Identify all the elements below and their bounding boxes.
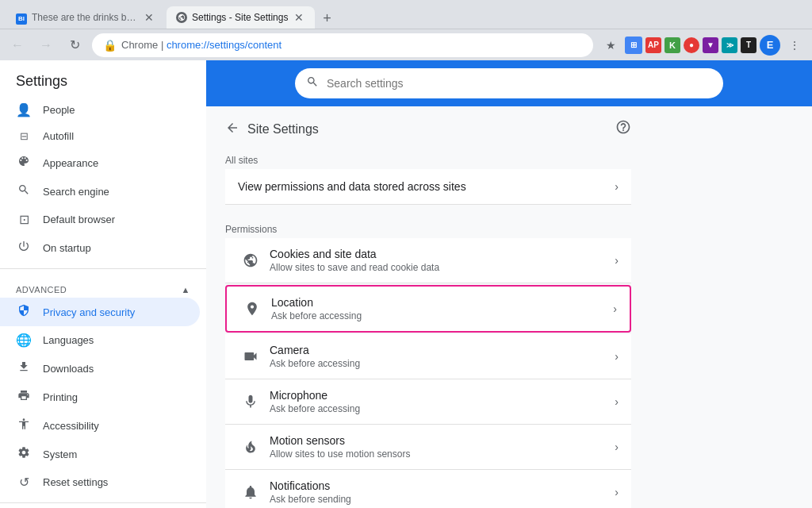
sidebar-item-appearance[interactable]: Appearance [0,148,200,177]
address-bar: ← → ↻ 🔒 Chrome | chrome://settings/conte… [0,29,812,60]
tab-1-favicon: BI [16,12,27,23]
forward-nav-button[interactable]: → [35,34,57,56]
sidebar-header: Settings [0,60,206,96]
ext-icon-1[interactable]: ⊞ [625,37,642,54]
sidebar-item-accessibility[interactable]: Accessibility [0,411,200,440]
motion-sensors-arrow: › [615,441,619,453]
cookies-title: Cookies and site data [270,248,615,260]
appearance-icon [16,155,32,171]
ext-icon-k[interactable]: K [665,37,680,53]
permission-microphone[interactable]: Microphone Ask before accessing › [225,379,631,425]
help-icon[interactable] [615,119,631,139]
motion-sensors-content: Motion sensors Allow sites to use motion… [263,434,615,460]
permission-location[interactable]: Location Ask before accessing › [225,285,631,333]
menu-icon[interactable]: ⋮ [783,34,806,56]
new-tab-button[interactable]: + [316,8,337,29]
sidebar-label-search: Search engine [43,186,109,198]
browser-tab-bar: BI These are the drinks bartenders... ✕ … [0,0,812,29]
search-engine-icon [16,183,32,199]
permission-cookies[interactable]: Cookies and site data Allow sites to sav… [225,238,631,283]
profile-icon[interactable]: E [760,35,780,56]
notifications-content: Notifications Ask before sending [263,479,615,505]
printing-icon [16,389,32,405]
notifications-arrow: › [615,486,619,498]
reload-button[interactable]: ↻ [63,34,86,56]
privacy-icon [16,304,32,320]
sidebar-divider-1 [0,268,206,269]
tab-1-close[interactable]: ✕ [143,11,155,24]
search-input-wrap[interactable] [295,68,723,98]
camera-subtitle: Ask before accessing [270,358,615,369]
ext-icon-v[interactable]: ▼ [703,37,718,53]
svg-point-2 [252,257,254,259]
sidebar-label-autofill: Autofill [43,130,74,142]
ext-icon-red[interactable]: ● [684,37,699,53]
sidebar-label-reset: Reset settings [43,476,108,488]
permission-camera[interactable]: Camera Ask before accessing › [225,334,631,379]
back-arrow-icon [225,121,239,138]
url-separator: | [161,39,167,51]
cookies-icon [238,252,263,268]
tab-2[interactable]: Settings - Site Settings ✕ [167,6,315,29]
bookmark-icon[interactable]: ★ [599,34,622,56]
camera-content: Camera Ask before accessing [263,344,615,369]
accessibility-icon [16,418,32,433]
sidebar-item-privacy[interactable]: Privacy and security [0,298,200,326]
on-startup-icon [16,240,32,256]
back-button[interactable]: Site Settings [225,121,319,138]
permission-motion-sensors[interactable]: Motion sensors Allow sites to use motion… [225,425,631,470]
sidebar-label-downloads: Downloads [43,363,94,375]
sidebar-item-printing[interactable]: Printing [0,383,200,411]
sidebar-item-downloads[interactable]: Downloads [0,354,200,383]
search-bar [206,60,812,106]
downloads-icon [16,360,32,376]
app-layout: Settings 👤 People ⊟ Autofill Appearance … [0,60,812,508]
tab-1-title: These are the drinks bartenders... [32,12,138,23]
autofill-icon: ⊟ [16,130,32,142]
sidebar-item-people[interactable]: 👤 People [0,96,200,124]
url-protocol: Chrome [121,39,158,51]
tab-1[interactable]: BI These are the drinks bartenders... ✕ [6,6,165,29]
sidebar-title: Settings [16,73,190,90]
url-path: chrome://settings/content [167,39,282,51]
microphone-content: Microphone Ask before accessing [263,389,615,414]
notifications-icon [238,484,263,500]
cookies-arrow: › [615,254,619,267]
sidebar-item-reset[interactable]: ↺ Reset settings [0,468,200,496]
motion-sensors-title: Motion sensors [270,434,615,447]
tab-2-close[interactable]: ✕ [293,11,305,24]
sidebar-item-system[interactable]: System [0,440,200,468]
sidebar-item-search[interactable]: Search engine [0,177,200,206]
notifications-subtitle: Ask before sending [270,494,615,505]
sidebar-item-autofill[interactable]: ⊟ Autofill [0,124,200,148]
sidebar-divider-2 [0,502,206,503]
all-sites-text: View permissions and data stored across … [238,180,466,193]
back-nav-button[interactable]: ← [6,34,29,56]
all-sites-row[interactable]: View permissions and data stored across … [225,169,631,205]
ext-icon-t[interactable]: T [741,37,756,53]
default-browser-icon: ⊡ [16,212,32,227]
system-icon [16,446,32,462]
ext-icon-ap[interactable]: AP [645,37,661,53]
permissions-section: Permissions Cookies and site data Allow … [225,214,631,508]
sidebar-item-default-browser[interactable]: ⊡ Default browser [0,206,200,233]
sidebar-advanced-toggle[interactable]: Advanced ▲ [16,285,190,294]
sidebar-item-languages[interactable]: 🌐 Languages [0,326,200,354]
microphone-arrow: › [615,395,619,408]
permission-notifications[interactable]: Notifications Ask before sending › [225,470,631,508]
ext-icon-arrows[interactable]: ≫ [722,37,737,53]
location-title: Location [271,296,613,309]
reset-icon: ↺ [16,475,32,490]
url-bar[interactable]: 🔒 Chrome | chrome://settings/content [92,33,593,57]
search-input[interactable] [327,77,712,90]
sidebar-item-on-startup[interactable]: On startup [0,233,200,262]
all-sites-label: All sites [225,145,631,169]
search-icon [306,75,319,91]
sidebar-label-languages: Languages [43,334,94,346]
sidebar-label-accessibility: Accessibility [43,420,99,432]
content-header: Site Settings [225,106,631,145]
permissions-label: Permissions [225,214,631,238]
camera-title: Camera [270,344,615,356]
chevron-up-icon: ▲ [182,285,190,294]
page-title: Site Settings [247,122,319,137]
